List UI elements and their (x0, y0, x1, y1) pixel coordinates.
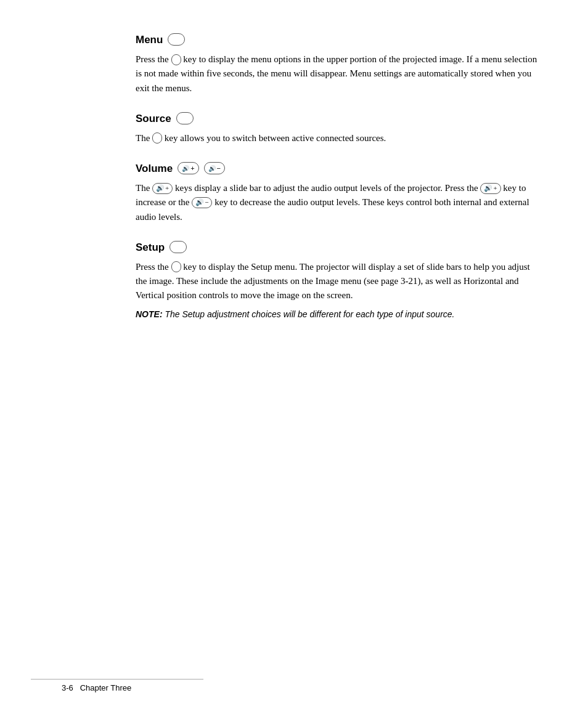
speaker-up-inline-icon: 🔊 (484, 183, 492, 193)
setup-heading-text: Setup (136, 241, 165, 254)
menu-key-button (168, 33, 185, 46)
page-container: Menu Press the key to display the menu o… (0, 0, 588, 714)
source-paragraph: The key allows you to switch between act… (136, 131, 539, 145)
volume-up-inline-key: 🔊+ (480, 183, 500, 194)
volume-up-key-button: 🔊 + (178, 162, 198, 174)
vol-up-inline-symbol: + (493, 183, 497, 193)
source-body: The key allows you to switch between act… (136, 131, 539, 145)
footer-chapter: Chapter Three (80, 683, 132, 692)
setup-heading: Setup (136, 241, 539, 254)
setup-note: NOTE: The Setup adjustment choices will … (136, 308, 539, 321)
setup-paragraph: Press the key to display the Setup menu.… (136, 260, 539, 303)
menu-inline-key (171, 54, 181, 65)
menu-paragraph: Press the key to display the menu option… (136, 52, 539, 95)
volume-heading: Volume 🔊 + 🔊 − (136, 163, 539, 175)
page-footer: 3-6 Chapter Three (31, 679, 203, 692)
setup-body: Press the key to display the Setup menu.… (136, 260, 539, 321)
footer-page-ref: 3-6 (62, 683, 73, 692)
volume-body: The 🔊+ keys display a slide bar to adjus… (136, 181, 539, 224)
source-heading: Source (136, 113, 539, 125)
source-heading-text: Source (136, 113, 171, 125)
menu-section: Menu Press the key to display the menu o… (136, 34, 539, 95)
volume-dn-inline-key: 🔊− (192, 197, 212, 208)
speaker-dn-icon: 🔊 (208, 165, 216, 172)
vol-plus-inline: + (165, 183, 169, 193)
speaker-dn-inline-icon: 🔊 (195, 197, 204, 208)
setup-inline-key (171, 261, 181, 272)
volume-inline-keys: 🔊+ (152, 183, 173, 194)
note-label: NOTE: (136, 309, 163, 319)
menu-body: Press the key to display the menu option… (136, 52, 539, 95)
speaker-vol-icon: 🔊 (156, 183, 165, 193)
setup-section: Setup Press the key to display the Setup… (136, 241, 539, 321)
footer-text: 3-6 Chapter Three (62, 680, 154, 692)
source-inline-key (152, 132, 162, 144)
speaker-up-icon: 🔊 (182, 165, 189, 172)
source-key-button (176, 112, 194, 124)
note-body-text: The Setup adjustment choices will be dif… (165, 309, 454, 319)
menu-heading: Menu (136, 34, 539, 46)
volume-paragraph: The 🔊+ keys display a slide bar to adjus… (136, 181, 539, 224)
volume-plus-symbol: + (190, 164, 194, 172)
vol-dn-inline-symbol: − (205, 197, 208, 208)
setup-key-button (169, 241, 187, 253)
source-section: Source The key allows you to switch betw… (136, 113, 539, 145)
volume-dn-key-button: 🔊 − (204, 162, 225, 174)
menu-heading-text: Menu (136, 34, 163, 46)
volume-section: Volume 🔊 + 🔊 − The 🔊+ keys display a sli… (136, 163, 539, 224)
volume-heading-text: Volume (136, 163, 173, 175)
volume-minus-symbol: − (217, 164, 221, 172)
